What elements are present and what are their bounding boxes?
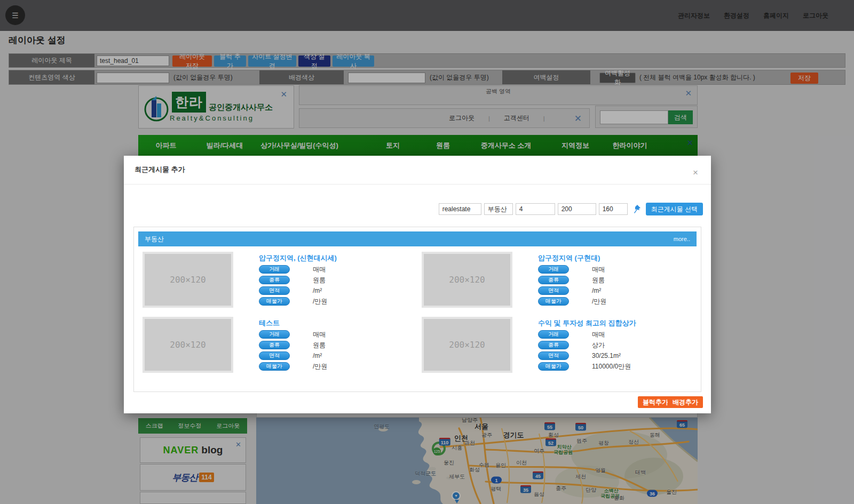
- listing-info: 압구정지역, (신현대시세)거래매매종류원룸면적/m²매물가/만원: [259, 252, 414, 313]
- board-id-input[interactable]: [439, 203, 481, 215]
- listing-card: 200×120테스트거래매매종류원룸면적/m²매물가/만원: [138, 313, 417, 378]
- field-label-pill[interactable]: 매물가: [538, 297, 569, 306]
- field-value: 매매: [592, 330, 605, 339]
- field-value: 원룸: [313, 276, 326, 285]
- field-label-pill[interactable]: 종류: [259, 276, 290, 284]
- recent-posts-modal: 최근게시물 추가 최근게시물 선택 부동산 more.. 200×120압구정지…: [124, 156, 711, 413]
- listing-row: 종류원룸: [259, 276, 414, 284]
- listing-card: 200×120압구정지역 (구현대)거래매매종류원룸면적/m²매물가/만원: [417, 247, 697, 313]
- more-link[interactable]: more..: [674, 236, 690, 242]
- field-label-pill[interactable]: 매물가: [538, 362, 569, 371]
- field-value: /만원: [313, 362, 327, 371]
- placeholder-text: 200×120: [449, 340, 485, 350]
- placeholder-text: 200×120: [170, 340, 205, 350]
- listing-row: 종류상가: [538, 341, 693, 349]
- field-label-pill[interactable]: 거래: [259, 330, 290, 339]
- field-label-pill[interactable]: 종류: [259, 341, 290, 349]
- field-value: 매매: [313, 265, 326, 274]
- modal-title: 최근게시물 추가: [135, 165, 185, 174]
- field-value: /만원: [313, 297, 327, 306]
- post-count-input[interactable]: [516, 203, 555, 215]
- field-label-pill[interactable]: 매물가: [259, 297, 290, 306]
- layout-editor-screen: 관리자정보환경설정홈페이지로그아웃 레이아웃 설정 레이아웃 제목 레이아웃 저…: [0, 0, 854, 504]
- field-label-pill[interactable]: 매물가: [259, 362, 290, 371]
- listing-row: 거래매매: [538, 265, 693, 274]
- listing-row: 면적/m²: [538, 286, 693, 295]
- image-placeholder: 200×120: [143, 252, 233, 308]
- placeholder-text: 200×120: [449, 275, 485, 285]
- listing-row: 면적/m²: [259, 286, 414, 295]
- field-value: 110000/0만원: [592, 362, 631, 371]
- image-placeholder: 200×120: [143, 317, 233, 373]
- field-value: 매매: [592, 265, 605, 274]
- field-value: /m²: [592, 287, 601, 294]
- listing-grid: 200×120압구정지역, (신현대시세)거래매매종류원룸면적/m²매물가/만원…: [138, 247, 697, 378]
- field-label-pill[interactable]: 거래: [259, 265, 290, 274]
- pushpin-icon[interactable]: [632, 204, 641, 214]
- field-value: /m²: [313, 287, 322, 294]
- height-input[interactable]: [599, 203, 628, 215]
- listing-card: 200×120압구정지역, (신현대시세)거래매매종류원룸면적/m²매물가/만원: [138, 247, 417, 313]
- field-label-pill[interactable]: 면적: [259, 286, 290, 295]
- listing-title[interactable]: 테스트: [259, 317, 414, 328]
- listing-title[interactable]: 압구정지역 (구현대): [538, 252, 693, 263]
- recent-posts-panel: 부동산 more.. 200×120압구정지역, (신현대시세)거래매매종류원룸…: [133, 227, 701, 392]
- listing-row: 거래매매: [259, 265, 414, 274]
- field-value: 상가: [592, 341, 605, 350]
- modal-controls: 최근게시물 선택: [439, 203, 703, 215]
- select-recent-posts-button[interactable]: 최근게시물 선택: [646, 203, 703, 215]
- placeholder-text: 200×120: [170, 275, 205, 285]
- listing-info: 수익 및 투자성 최고의 집합상가거래매매종류상가면적30/25.1m²매물가1…: [538, 317, 693, 378]
- field-value: 30/25.1m²: [592, 352, 621, 359]
- modal-add-background-button[interactable]: 배경추가: [668, 396, 703, 408]
- field-label-pill[interactable]: 종류: [538, 276, 569, 284]
- field-label-pill[interactable]: 면적: [538, 286, 569, 295]
- board-name-input[interactable]: [484, 203, 513, 215]
- listing-title[interactable]: 압구정지역, (신현대시세): [259, 252, 414, 263]
- listing-row: 매물가110000/0만원: [538, 362, 693, 371]
- width-input[interactable]: [558, 203, 596, 215]
- field-value: /만원: [592, 297, 606, 306]
- field-value: 매매: [313, 330, 326, 339]
- listing-row: 매물가/만원: [259, 297, 414, 306]
- modal-close-icon[interactable]: [693, 167, 698, 178]
- listing-row: 매물가/만원: [259, 362, 414, 371]
- listing-title[interactable]: 수익 및 투자성 최고의 집합상가: [538, 317, 693, 328]
- listing-info: 테스트거래매매종류원룸면적/m²매물가/만원: [259, 317, 414, 378]
- field-label-pill[interactable]: 거래: [538, 265, 569, 274]
- listing-row: 면적30/25.1m²: [538, 351, 693, 360]
- field-label-pill[interactable]: 면적: [259, 351, 290, 360]
- panel-header-bar: 부동산 more..: [138, 231, 697, 246]
- listing-card: 200×120수익 및 투자성 최고의 집합상가거래매매종류상가면적30/25.…: [417, 313, 697, 378]
- listing-info: 압구정지역 (구현대)거래매매종류원룸면적/m²매물가/만원: [538, 252, 693, 313]
- panel-title: 부동산: [145, 235, 164, 244]
- field-value: 원룸: [313, 341, 326, 350]
- listing-row: 면적/m²: [259, 351, 414, 360]
- listing-row: 매물가/만원: [538, 297, 693, 306]
- listing-row: 거래매매: [259, 330, 414, 339]
- field-label-pill[interactable]: 거래: [538, 330, 569, 339]
- listing-row: 종류원룸: [538, 276, 693, 284]
- image-placeholder: 200×120: [422, 317, 512, 373]
- field-value: /m²: [313, 352, 322, 359]
- field-label-pill[interactable]: 면적: [538, 351, 569, 360]
- field-value: 원룸: [592, 276, 605, 285]
- listing-row: 거래매매: [538, 330, 693, 339]
- listing-row: 종류원룸: [259, 341, 414, 349]
- field-label-pill[interactable]: 종류: [538, 341, 569, 349]
- divider: [124, 184, 711, 185]
- image-placeholder: 200×120: [422, 252, 512, 308]
